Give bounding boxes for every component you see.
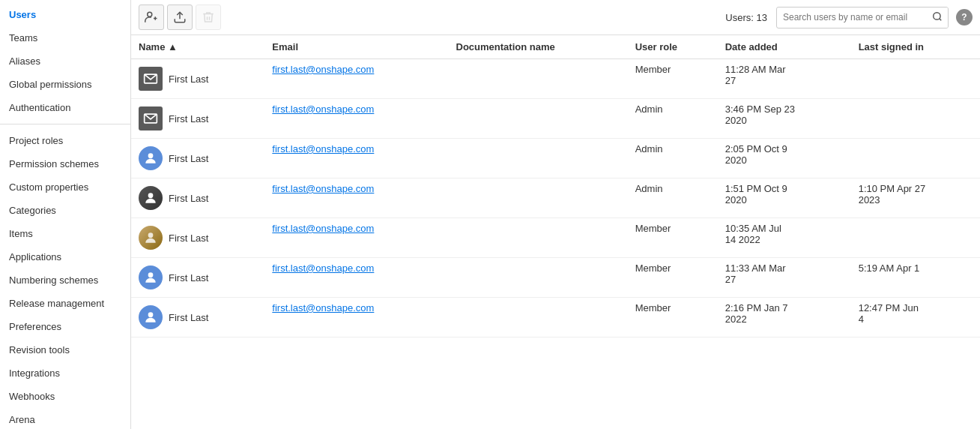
last-signed-cell: [851, 59, 980, 99]
svg-point-4: [934, 12, 940, 19]
doc-name-cell: [449, 298, 628, 338]
doc-name-cell: [449, 139, 628, 178]
sidebar-item-items[interactable]: Items: [0, 222, 130, 245]
date-added-cell: 2:16 PM Jan 7 2022: [718, 298, 851, 338]
users-table: Name ▲EmailDocumentation nameUser roleDa…: [131, 35, 980, 338]
svg-point-0: [148, 12, 152, 16]
doc-name-cell: [449, 99, 628, 139]
name-cell: First Last: [131, 99, 264, 139]
col-header-user-role[interactable]: User role: [628, 35, 718, 59]
last-signed-cell: [851, 218, 980, 258]
sidebar-item-release-management[interactable]: Release management: [0, 292, 130, 315]
toolbar: Users: 13 ?: [131, 0, 980, 35]
doc-name-cell: [449, 178, 628, 218]
sidebar-item-global-permissions[interactable]: Global permissions: [0, 73, 130, 96]
table-row[interactable]: First Lastfirst.last@onshape.comAdmin3:4…: [131, 99, 980, 139]
add-user-button[interactable]: [139, 4, 164, 30]
sidebar-item-categories[interactable]: Categories: [0, 199, 130, 222]
email-cell: first.last@onshape.com: [264, 178, 448, 218]
help-button[interactable]: ?: [956, 9, 973, 26]
user-name: First Last: [169, 232, 208, 244]
sidebar-item-permission-schemes[interactable]: Permission schemes: [0, 152, 130, 176]
table-row[interactable]: First Lastfirst.last@onshape.comMember11…: [131, 258, 980, 298]
col-header-date-added[interactable]: Date added: [718, 35, 851, 59]
table-row[interactable]: First Lastfirst.last@onshape.comAdmin1:5…: [131, 178, 980, 218]
user-role-cell: Admin: [628, 139, 718, 178]
date-added-cell: 2:05 PM Oct 9 2020: [718, 139, 851, 178]
date-added-cell: 10:35 AM Jul 14 2022: [718, 218, 851, 258]
name-cell: First Last: [131, 258, 264, 298]
user-role-cell: Member: [628, 258, 718, 298]
user-role-cell: Member: [628, 298, 718, 338]
sidebar-item-project-roles[interactable]: Project roles: [0, 129, 130, 152]
email-link[interactable]: first.last@onshape.com: [272, 104, 374, 115]
avatar: [139, 266, 163, 290]
email-link[interactable]: first.last@onshape.com: [272, 143, 374, 154]
sidebar-item-numbering-schemes[interactable]: Numbering schemes: [0, 268, 130, 292]
table-row[interactable]: First Lastfirst.last@onshape.comMember2:…: [131, 298, 980, 338]
svg-point-12: [148, 312, 154, 317]
user-role-cell: Member: [628, 218, 718, 258]
date-added-cell: 11:28 AM Mar 27: [718, 59, 851, 99]
col-header-last-signed[interactable]: Last signed in: [851, 35, 980, 59]
email-cell: first.last@onshape.com: [264, 139, 448, 178]
sidebar-item-preferences[interactable]: Preferences: [0, 315, 130, 338]
email-link[interactable]: first.last@onshape.com: [272, 64, 374, 75]
svg-line-5: [940, 18, 942, 20]
sidebar-item-aliases[interactable]: Aliases: [0, 50, 130, 73]
col-header-doc-name[interactable]: Documentation name: [449, 35, 628, 59]
sidebar-item-applications[interactable]: Applications: [0, 245, 130, 268]
upload-button[interactable]: [167, 4, 193, 30]
avatar: [139, 106, 163, 130]
sidebar-item-teams[interactable]: Teams: [0, 26, 130, 50]
email-cell: first.last@onshape.com: [264, 99, 448, 139]
table-body: First Lastfirst.last@onshape.comMember11…: [131, 59, 980, 338]
email-link[interactable]: first.last@onshape.com: [272, 262, 374, 274]
user-name: First Last: [169, 312, 208, 323]
doc-name-cell: [449, 258, 628, 298]
main-content: Users: 13 ? Name ▲EmailDocumentation nam…: [131, 0, 980, 429]
last-signed-cell: [851, 139, 980, 178]
search-container: [776, 7, 949, 28]
name-cell: First Last: [131, 139, 264, 178]
sidebar-item-revision-tools[interactable]: Revision tools: [0, 338, 130, 362]
user-name: First Last: [169, 153, 208, 164]
email-cell: first.last@onshape.com: [264, 218, 448, 258]
avatar: [139, 146, 163, 170]
date-added-cell: 3:46 PM Sep 23 2020: [718, 99, 851, 139]
last-signed-cell: 5:19 AM Apr 1: [851, 258, 980, 298]
search-button[interactable]: [927, 8, 948, 28]
name-cell: First Last: [131, 178, 264, 218]
sidebar-item-authentication[interactable]: Authentication: [0, 96, 130, 119]
sidebar-divider-1: [0, 124, 130, 124]
user-name: First Last: [169, 74, 208, 85]
table-row[interactable]: First Lastfirst.last@onshape.comAdmin2:0…: [131, 139, 980, 178]
name-cell: First Last: [131, 298, 264, 338]
email-cell: first.last@onshape.com: [264, 59, 448, 99]
svg-point-9: [148, 193, 154, 198]
sidebar-item-integrations[interactable]: Integrations: [0, 362, 130, 385]
user-role-cell: Member: [628, 59, 718, 99]
user-name: First Last: [169, 113, 208, 124]
search-input[interactable]: [777, 8, 927, 26]
col-header-name[interactable]: Name ▲: [131, 35, 264, 59]
table-row[interactable]: First Lastfirst.last@onshape.comMember10…: [131, 218, 980, 258]
table-row[interactable]: First Lastfirst.last@onshape.comMember11…: [131, 59, 980, 99]
col-header-email[interactable]: Email: [264, 35, 448, 59]
user-role-cell: Admin: [628, 99, 718, 139]
email-link[interactable]: first.last@onshape.com: [272, 183, 374, 194]
email-cell: first.last@onshape.com: [264, 258, 448, 298]
avatar: [139, 67, 163, 91]
email-link[interactable]: first.last@onshape.com: [272, 223, 374, 234]
doc-name-cell: [449, 59, 628, 99]
sidebar-item-webhooks[interactable]: Webhooks: [0, 385, 130, 408]
svg-point-11: [148, 272, 154, 278]
avatar: [139, 305, 163, 329]
sidebar-item-custom-properties[interactable]: Custom properties: [0, 176, 130, 199]
delete-button[interactable]: [196, 4, 221, 30]
user-name: First Last: [169, 193, 208, 204]
sidebar: UsersTeamsAliasesGlobal permissionsAuthe…: [0, 0, 131, 429]
sidebar-item-arena[interactable]: Arena: [0, 408, 130, 429]
email-link[interactable]: first.last@onshape.com: [272, 302, 374, 314]
sidebar-item-users[interactable]: Users: [0, 3, 130, 26]
